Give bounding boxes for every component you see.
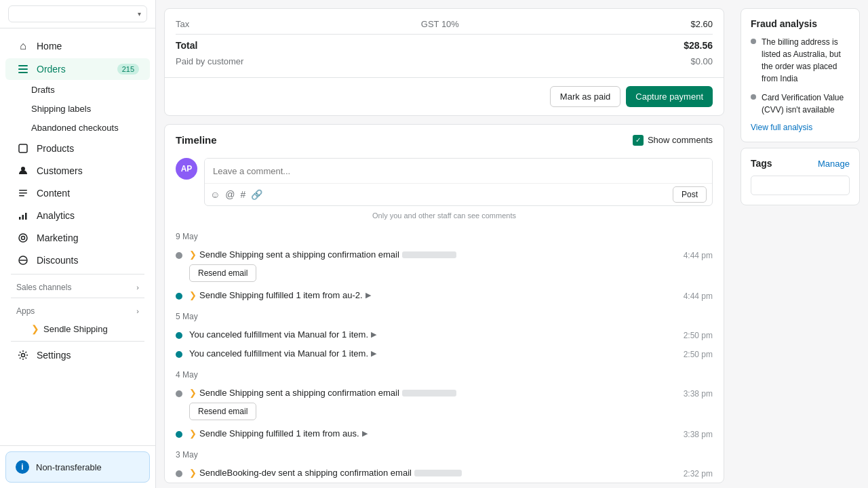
info-icon: i <box>16 460 29 474</box>
sidebar-item-marketing[interactable]: Marketing <box>5 227 150 249</box>
timeline-dot <box>176 252 182 259</box>
post-button[interactable]: Post <box>673 186 707 203</box>
event-row: ❯ Sendle Shipping fulfilled 1 item from … <box>189 290 713 301</box>
fraud-bullet <box>751 94 756 100</box>
tags-input[interactable] <box>751 176 850 195</box>
sidebar-item-abandoned-checkouts[interactable]: Abandoned checkouts <box>20 119 150 137</box>
emoji-icon[interactable]: ☺ <box>210 189 220 200</box>
timeline-event-e6: ❯ Sendle Shipping fulfilled 1 item from … <box>165 424 724 443</box>
main-content: Tax GST 10% $2.60 Total $28.56 Paid by c… <box>156 0 868 488</box>
show-comments-toggle[interactable]: Show comments <box>633 135 713 146</box>
orders-badge: 215 <box>117 64 139 75</box>
hashtag-icon[interactable]: # <box>241 189 246 200</box>
redacted-text <box>402 390 456 396</box>
divider <box>11 274 144 274</box>
chevron-right-icon: › <box>136 283 139 291</box>
comment-area: AP ☺ @ # 🔗 Post <box>176 158 713 206</box>
timeline-header: Timeline Show comments <box>165 125 724 152</box>
sidebar-item-sendle-shipping[interactable]: ❯ Sendle Shipping <box>20 319 150 338</box>
fraud-analysis-card: Fraud analysis The billing address is li… <box>741 8 860 142</box>
svg-rect-7 <box>19 195 24 197</box>
expand-icon[interactable]: ▶ <box>371 349 376 358</box>
paid-row: Paid by customer $0.00 <box>176 54 713 69</box>
timeline-date-5may: 5 May <box>165 305 724 325</box>
chevron-right-icon: › <box>136 307 139 315</box>
event-time: 4:44 pm <box>684 290 713 301</box>
shipping-labels-label: Shipping labels <box>31 104 91 114</box>
payment-section: Tax GST 10% $2.60 Total $28.56 Paid by c… <box>164 8 724 116</box>
sidebar-item-analytics[interactable]: Analytics <box>5 205 150 226</box>
sidebar-item-customers[interactable]: Customers <box>5 160 150 182</box>
event-text: ❯ Sendle Shipping sent a shipping confir… <box>189 388 456 398</box>
timeline-date-3may: 3 May <box>165 443 724 464</box>
expand-icon[interactable]: ▶ <box>366 291 371 300</box>
timeline-content: You canceled fulfillment via Manual for … <box>189 348 713 359</box>
sidebar-item-products[interactable]: Products <box>5 138 150 159</box>
timeline-content: ❯ Sendle Shipping fulfilled 1 item from … <box>189 428 713 439</box>
event-row: ❯ Sendle Shipping sent a shipping confir… <box>189 249 713 260</box>
sidebar-item-drafts[interactable]: Drafts <box>20 81 150 99</box>
svg-rect-2 <box>18 72 28 73</box>
center-panel: Tax GST 10% $2.60 Total $28.56 Paid by c… <box>156 0 732 488</box>
event-time: 2:50 pm <box>684 348 713 359</box>
payment-actions: Mark as paid Capture payment <box>165 77 724 115</box>
fraud-item-2: Card Verification Value (CVV) isn't avai… <box>751 92 850 116</box>
settings-icon <box>16 350 30 361</box>
resend-email-button[interactable]: Resend email <box>189 403 256 420</box>
timeline-content: ❯ Sendle Shipping sent a shipping confir… <box>189 388 713 420</box>
sendle-icon: ❯ <box>189 428 197 439</box>
timeline-event-e2: ❯ Sendle Shipping fulfilled 1 item from … <box>165 286 724 305</box>
sidebar-item-discounts[interactable]: Discounts <box>5 249 150 271</box>
sidebar-item-content[interactable]: Content <box>5 182 150 204</box>
capture-payment-button[interactable]: Capture payment <box>626 86 713 107</box>
link-icon[interactable]: 🔗 <box>251 189 262 200</box>
comment-note: Only you and other staff can see comment… <box>165 209 724 225</box>
event-text: ❯ Sendle Shipping sent a shipping confir… <box>189 249 456 260</box>
mark-as-paid-button[interactable]: Mark as paid <box>550 86 620 107</box>
sidebar-item-label: Discounts <box>37 255 78 266</box>
user-avatar: AP <box>176 158 197 180</box>
show-comments-checkbox[interactable] <box>633 135 644 146</box>
sendle-icon: ❯ <box>189 290 197 300</box>
sidebar-nav: ⌂ Home Orders 215 Drafts Shipping labels <box>0 28 155 445</box>
svg-rect-5 <box>19 190 27 191</box>
expand-icon[interactable]: ▶ <box>362 429 368 438</box>
tags-manage-link[interactable]: Manage <box>818 159 850 169</box>
sidebar-item-label: Customers <box>37 165 83 176</box>
timeline-content: You canceled fulfillment via Manual for … <box>189 329 713 340</box>
sidebar: ▾ ⌂ Home Orders 215 Drafts <box>0 0 156 488</box>
event-text: ❯ Sendle Shipping fulfilled 1 item from … <box>189 428 368 439</box>
timeline-event-e5: ❯ Sendle Shipping sent a shipping confir… <box>165 384 724 424</box>
non-transferable-badge[interactable]: i Non-transferable <box>5 451 150 483</box>
resend-email-button[interactable]: Resend email <box>189 264 256 282</box>
fraud-text-1: The billing address is listed as Austral… <box>762 36 850 85</box>
sidebar-bottom: i Non-transferable <box>0 445 155 488</box>
apps-section[interactable]: Apps › <box>0 301 155 319</box>
store-selector-button[interactable]: ▾ <box>8 5 147 22</box>
svg-rect-9 <box>22 215 24 220</box>
event-text: ❯ SendleBooking-dev sent a shipping conf… <box>189 468 462 478</box>
fraud-text-2: Card Verification Value (CVV) isn't avai… <box>762 92 850 116</box>
view-full-analysis-link[interactable]: View full analysis <box>751 123 850 132</box>
sidebar-item-settings[interactable]: Settings <box>5 344 150 366</box>
chevron-down-icon: ▾ <box>138 10 141 18</box>
sidebar-item-orders[interactable]: Orders 215 <box>5 58 150 80</box>
timeline-date-4may: 4 May <box>165 363 724 384</box>
tax-type: GST 10% <box>421 19 459 29</box>
discounts-icon <box>16 255 30 266</box>
comment-input[interactable] <box>205 159 712 183</box>
sidebar-item-label: Marketing <box>37 232 78 243</box>
sidebar-item-home[interactable]: ⌂ Home <box>5 35 150 58</box>
expand-icon[interactable]: ▶ <box>371 330 376 339</box>
comment-input-wrapper: ☺ @ # 🔗 Post <box>204 158 713 206</box>
at-icon[interactable]: @ <box>225 189 235 200</box>
tax-row: Tax GST 10% $2.60 <box>176 17 713 31</box>
sales-channels-section[interactable]: Sales channels › <box>0 277 155 295</box>
sidebar-item-shipping-labels[interactable]: Shipping labels <box>20 100 150 118</box>
event-time: 2:32 pm <box>684 468 713 479</box>
timeline-dot-teal <box>176 351 182 358</box>
tax-value: $2.60 <box>690 19 713 29</box>
tags-card: Tags Manage <box>741 148 860 205</box>
tags-title: Tags <box>751 158 772 169</box>
svg-rect-1 <box>18 68 28 70</box>
